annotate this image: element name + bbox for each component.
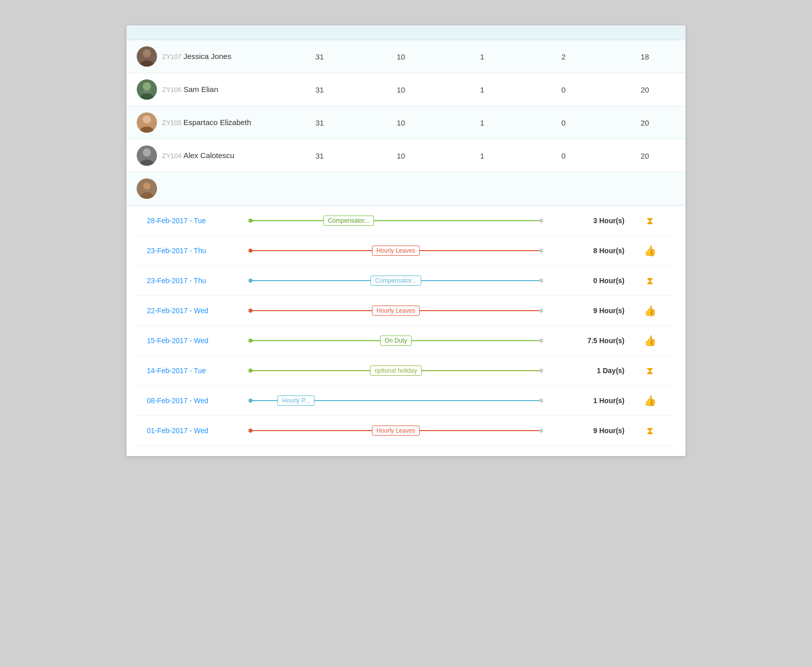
status-icon: ⧗ bbox=[635, 275, 665, 287]
timeline-dot-left bbox=[248, 399, 253, 403]
detail-row: 28-Feb-2017 - Tue Compensator... 3 Hour(… bbox=[137, 206, 675, 236]
thumbs-icon: 👍 bbox=[644, 245, 657, 256]
timeline-line-right bbox=[412, 340, 539, 341]
table-row[interactable]: ZY105 Espartaco Elizabeth 31 10 1 0 20 bbox=[127, 106, 685, 139]
payable-days-cell: 18 bbox=[604, 52, 685, 61]
svg-point-8 bbox=[143, 115, 151, 124]
timeline-dot-left bbox=[248, 429, 253, 433]
employee-cell: ZY106 Sam Elian bbox=[137, 79, 279, 100]
employee-cell: ZY105 Espartaco Elizabeth bbox=[137, 112, 279, 133]
employee-id: ZY107 bbox=[162, 53, 183, 60]
timeline-dot-right bbox=[539, 249, 543, 253]
timeline-line-left bbox=[253, 220, 323, 221]
payable-days-cell: 20 bbox=[604, 85, 685, 94]
loss-of-pay-cell: 2 bbox=[523, 52, 604, 61]
status-icon: ⧗ bbox=[635, 365, 665, 377]
status-icon: 👍 bbox=[635, 305, 665, 317]
detail-date[interactable]: 23-Feb-2017 - Thu bbox=[147, 277, 248, 285]
employee-name: Jessica Jones bbox=[183, 52, 231, 60]
table-row[interactable]: ZY107 Jessica Jones 31 10 1 2 18 bbox=[127, 40, 685, 73]
table-header bbox=[127, 25, 685, 40]
status-icon: 👍 bbox=[635, 395, 665, 407]
detail-row: 22-Feb-2017 - Wed Hourly Leaves 9 Hour(s… bbox=[137, 296, 675, 326]
timeline-label: optional holiday bbox=[370, 366, 421, 376]
thumbs-icon: 👍 bbox=[644, 305, 657, 316]
timeline-line-right bbox=[422, 370, 539, 371]
detail-hours: 9 Hour(s) bbox=[543, 427, 635, 435]
status-icon: 👍 bbox=[635, 335, 665, 347]
hourglass-icon: ⧗ bbox=[646, 425, 653, 436]
detail-date[interactable]: 14-Feb-2017 - Tue bbox=[147, 367, 248, 375]
timeline-dot-right bbox=[539, 309, 543, 313]
status-icon: 👍 bbox=[635, 245, 665, 257]
total-days-cell: 31 bbox=[279, 52, 360, 61]
employee-cell: ZY107 Jessica Jones bbox=[137, 46, 279, 67]
detail-date[interactable]: 23-Feb-2017 - Thu bbox=[147, 247, 248, 255]
timeline: optional holiday bbox=[248, 363, 543, 378]
detail-row: 15-Feb-2017 - Wed On Duty 7.5 Hour(s) 👍 bbox=[137, 326, 675, 356]
timeline-line-right bbox=[420, 430, 539, 431]
detail-row: 01-Feb-2017 - Wed Hourly Leaves 9 Hour(s… bbox=[137, 416, 675, 446]
thumbs-icon: 👍 bbox=[644, 335, 657, 346]
avatar bbox=[137, 178, 157, 199]
detail-hours: 3 Hour(s) bbox=[543, 217, 635, 225]
timeline-dot-right bbox=[539, 339, 543, 343]
svg-point-4 bbox=[143, 82, 151, 90]
detail-date[interactable]: 15-Feb-2017 - Wed bbox=[147, 337, 248, 345]
timeline-line-left bbox=[253, 310, 372, 311]
timeline-dot-right bbox=[539, 429, 543, 433]
avatar bbox=[137, 79, 157, 100]
timeline-line-right bbox=[420, 310, 539, 311]
holidays-cell: 1 bbox=[442, 118, 523, 127]
timeline-dot-left bbox=[248, 369, 253, 373]
detail-hours: 8 Hour(s) bbox=[543, 247, 635, 255]
timeline-line-left bbox=[253, 370, 370, 371]
holidays-cell: 1 bbox=[442, 151, 523, 160]
partial-employee-row bbox=[127, 172, 685, 205]
timeline-dot-left bbox=[248, 339, 253, 343]
timeline-label: Hourly Leaves bbox=[372, 246, 420, 256]
timeline-dot-right bbox=[539, 399, 543, 403]
employee-rows: ZY107 Jessica Jones 31 10 1 2 18 ZY106 S… bbox=[127, 40, 685, 172]
hourglass-icon: ⧗ bbox=[646, 275, 653, 286]
timeline-line-left bbox=[253, 250, 372, 251]
timeline-label: Hourly Leaves bbox=[372, 306, 420, 316]
detail-hours: 0 Hour(s) bbox=[543, 277, 635, 285]
timeline-dot-right bbox=[539, 279, 543, 283]
loss-of-pay-cell: 0 bbox=[523, 118, 604, 127]
detail-hours: 1 Day(s) bbox=[543, 367, 635, 375]
weekend-cell: 10 bbox=[360, 85, 442, 94]
detail-hours: 1 Hour(s) bbox=[543, 397, 635, 405]
timeline: Compensator... bbox=[248, 273, 543, 288]
timeline: Hourly P... bbox=[248, 393, 543, 408]
detail-row: 23-Feb-2017 - Thu Hourly Leaves 8 Hour(s… bbox=[137, 236, 675, 266]
detail-row: 23-Feb-2017 - Thu Compensator... 0 Hour(… bbox=[137, 266, 675, 296]
detail-date[interactable]: 08-Feb-2017 - Wed bbox=[147, 397, 248, 405]
detail-row: 08-Feb-2017 - Wed Hourly P... 1 Hour(s) … bbox=[137, 386, 675, 416]
weekend-cell: 10 bbox=[360, 52, 442, 61]
thumbs-icon: 👍 bbox=[644, 395, 657, 406]
svg-point-11 bbox=[143, 148, 151, 157]
table-row[interactable]: ZY104 Alex Calotescu 31 10 1 0 20 bbox=[127, 139, 685, 172]
avatar bbox=[137, 46, 157, 67]
employee-name: Alex Calotescu bbox=[183, 151, 234, 160]
timeline-line-right bbox=[420, 250, 539, 251]
timeline-label: Compensator... bbox=[323, 216, 373, 226]
table-row[interactable]: ZY106 Sam Elian 31 10 1 0 20 bbox=[127, 73, 685, 106]
detail-date[interactable]: 01-Feb-2017 - Wed bbox=[147, 427, 248, 435]
detail-date[interactable]: 28-Feb-2017 - Tue bbox=[147, 217, 248, 225]
loss-of-pay-cell: 0 bbox=[523, 151, 604, 160]
detail-date[interactable]: 22-Feb-2017 - Wed bbox=[147, 307, 248, 315]
detail-hours: 9 Hour(s) bbox=[543, 307, 635, 315]
detail-row: 14-Feb-2017 - Tue optional holiday 1 Day… bbox=[137, 356, 675, 386]
weekend-cell: 10 bbox=[360, 151, 442, 160]
timeline: Hourly Leaves bbox=[248, 423, 543, 438]
timeline-dot-left bbox=[248, 279, 253, 283]
svg-point-14 bbox=[143, 183, 150, 190]
status-icon: ⧗ bbox=[635, 425, 665, 437]
avatar bbox=[137, 145, 157, 166]
svg-point-1 bbox=[143, 49, 151, 57]
timeline: Hourly Leaves bbox=[248, 243, 543, 258]
detail-panel: 28-Feb-2017 - Tue Compensator... 3 Hour(… bbox=[127, 205, 685, 456]
timeline-line-right bbox=[374, 220, 539, 221]
